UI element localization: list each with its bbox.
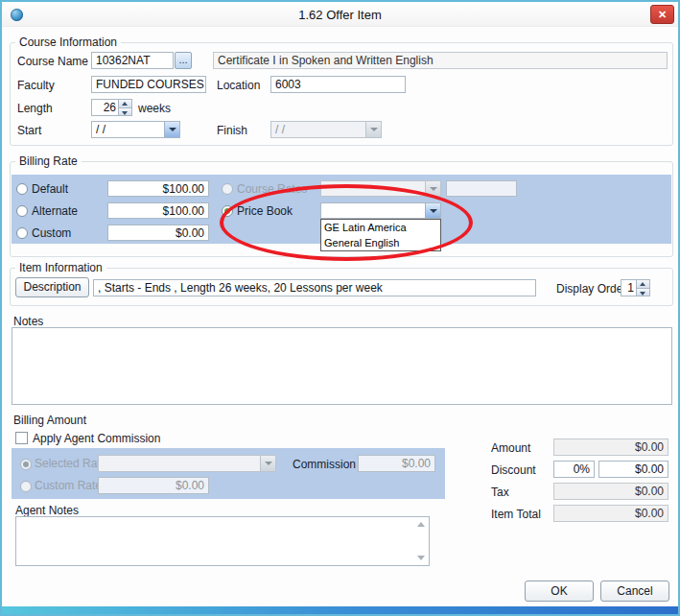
default-rate-radio[interactable] xyxy=(16,183,28,195)
custom-commission-field: $0.00 xyxy=(98,477,209,494)
course-name-input[interactable]: 10362NAT xyxy=(91,52,174,69)
display-order-value: 1 xyxy=(623,281,634,295)
notes-textarea[interactable] xyxy=(12,327,672,405)
billing-rate-group-label: Billing Rate xyxy=(15,154,82,168)
course-rates-radio xyxy=(222,183,233,195)
apply-agent-commission-checkbox[interactable] xyxy=(15,432,28,444)
display-order-spin-buttons xyxy=(636,280,649,296)
amount-field: $0.00 xyxy=(553,438,668,456)
chevron-down-icon[interactable] xyxy=(164,122,179,137)
custom-rate-field[interactable]: $0.00 xyxy=(107,225,209,241)
display-order-label: Display Order xyxy=(556,282,626,296)
apply-agent-commission-label: Apply Agent Commission xyxy=(33,432,160,445)
custom-commission-label: Custom Rate xyxy=(35,479,102,492)
location-input[interactable]: 6003 xyxy=(270,76,406,93)
finish-date-combo: / / xyxy=(270,121,382,138)
agent-notes-label: Agent Notes xyxy=(15,504,79,517)
length-spin-buttons xyxy=(118,100,131,115)
start-label: Start xyxy=(17,124,41,137)
course-information-group-label: Course Information xyxy=(15,36,121,49)
course-name-label: Course Name xyxy=(17,55,88,68)
selected-rate-radio xyxy=(20,459,32,470)
faculty-label: Faculty xyxy=(17,79,55,92)
browse-button[interactable]: ... xyxy=(175,52,192,69)
offer-item-dialog: 1.62 Offer Item ✕ Course Information Cou… xyxy=(0,0,680,616)
custom-rate-label: Custom xyxy=(32,226,71,240)
commission-label: Commission xyxy=(293,458,356,471)
window-title: 1.62 Offer Item xyxy=(2,8,678,22)
length-spinner[interactable]: 26 xyxy=(91,99,132,116)
tax-label: Tax xyxy=(491,486,509,499)
selected-rate-label: Selected Rate xyxy=(35,457,106,470)
start-date-value: / / xyxy=(96,123,162,136)
spin-up-icon[interactable] xyxy=(637,280,649,288)
item-total-label: Item Total xyxy=(491,508,541,521)
item-information-group-label: Item Information xyxy=(15,261,106,274)
length-unit-label: weeks xyxy=(138,102,171,115)
alternate-rate-label: Alternate xyxy=(32,204,78,218)
length-value: 26 xyxy=(94,101,116,114)
display-order-spinner[interactable]: 1 xyxy=(621,279,650,296)
spin-down-icon[interactable] xyxy=(119,107,131,116)
finish-date-value: / / xyxy=(275,123,363,136)
scroll-down-icon[interactable] xyxy=(417,556,425,560)
chevron-down-icon xyxy=(365,122,381,137)
spin-up-icon[interactable] xyxy=(119,100,131,107)
custom-commission-radio xyxy=(20,481,32,492)
agent-notes-textarea[interactable] xyxy=(15,516,430,566)
start-date-combo[interactable]: / / xyxy=(91,121,180,138)
length-label: Length xyxy=(17,102,53,115)
discount-label: Discount xyxy=(491,463,536,477)
finish-label: Finish xyxy=(217,124,247,137)
default-rate-field[interactable]: $100.00 xyxy=(107,180,209,197)
default-rate-label: Default xyxy=(32,182,68,196)
red-annotation-ellipse xyxy=(220,184,473,261)
billing-amount-label: Billing Amount xyxy=(13,414,86,427)
window-bottom-frame xyxy=(2,606,678,614)
discount-percent-input[interactable]: 0% xyxy=(553,461,595,478)
ok-button[interactable]: OK xyxy=(525,580,594,602)
location-label: Location xyxy=(217,79,260,92)
alternate-rate-radio[interactable] xyxy=(16,205,28,217)
custom-rate-radio[interactable] xyxy=(16,227,28,239)
tax-field: $0.00 xyxy=(553,483,668,500)
selected-rate-combo xyxy=(98,455,276,472)
item-total-field: $0.00 xyxy=(553,505,668,522)
cancel-button[interactable]: Cancel xyxy=(600,580,669,602)
spin-down-icon[interactable] xyxy=(637,288,649,296)
notes-label: Notes xyxy=(13,315,43,328)
course-rates-amount-field xyxy=(446,180,517,197)
titlebar: 1.62 Offer Item ✕ xyxy=(2,2,678,27)
close-button[interactable]: ✕ xyxy=(650,5,674,24)
description-field[interactable]: , Starts - Ends , Length 26 weeks, 20 Le… xyxy=(93,279,536,296)
chevron-down-icon xyxy=(260,456,275,471)
description-button[interactable]: Description xyxy=(15,277,89,297)
commission-field: $0.00 xyxy=(358,455,435,472)
faculty-input[interactable]: FUNDED COURSES xyxy=(91,76,206,93)
alternate-rate-field[interactable]: $100.00 xyxy=(107,202,209,219)
amount-label: Amount xyxy=(491,441,530,455)
scroll-up-icon[interactable] xyxy=(417,522,425,527)
course-title-field: Certificate I in Spoken and Written Engl… xyxy=(213,52,668,69)
discount-amount-input[interactable]: $0.00 xyxy=(598,461,668,478)
